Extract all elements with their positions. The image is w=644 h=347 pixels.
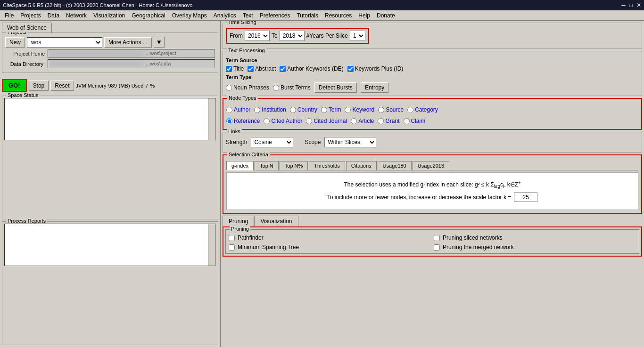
- radio-reference-input[interactable]: [226, 118, 232, 124]
- maximize-button[interactable]: □: [629, 2, 633, 8]
- node-types-grid: Author Institution Country Term Keyword: [226, 105, 638, 126]
- new-button[interactable]: New: [5, 37, 25, 48]
- radio-grant-input[interactable]: [378, 118, 384, 124]
- pruning-sliced-checkbox[interactable]: [434, 235, 440, 241]
- checkbox-author-keywords[interactable]: Author Keywords (DE): [280, 65, 343, 72]
- radio-burst-terms-input[interactable]: [273, 85, 279, 91]
- pruning-outer: Pruning Visualization Pruning Pathfinder…: [223, 216, 642, 257]
- radio-term-input[interactable]: [321, 107, 327, 113]
- checkbox-title[interactable]: Title: [226, 65, 244, 72]
- strength-select[interactable]: Cosine Pearson Jaccard: [251, 137, 293, 147]
- radio-burst-terms[interactable]: Burst Terms: [273, 84, 311, 91]
- radio-reference[interactable]: Reference: [226, 118, 260, 124]
- menu-data[interactable]: Data: [45, 11, 62, 20]
- node-types-section: Node Types Author Institution Country Te…: [223, 98, 642, 130]
- radio-country-input[interactable]: [290, 107, 296, 113]
- checkbox-abstract-input[interactable]: [248, 66, 254, 72]
- menu-help[interactable]: Help: [355, 11, 373, 20]
- space-status-scrollbar[interactable]: [208, 98, 215, 140]
- to-year-select[interactable]: 2018: [280, 31, 305, 41]
- menu-geographical[interactable]: Geographical: [129, 11, 168, 20]
- menu-network[interactable]: Network: [63, 11, 90, 20]
- checkbox-keywords-plus-input[interactable]: [347, 66, 354, 72]
- radio-institution-input[interactable]: [254, 107, 260, 113]
- strength-label: Strength: [226, 139, 247, 145]
- node-types-label: Node Types: [227, 95, 258, 101]
- radio-article-input[interactable]: [351, 118, 357, 124]
- checkbox-keywords-plus[interactable]: Keywords Plus (ID): [347, 65, 404, 72]
- radio-category-input[interactable]: [407, 107, 413, 113]
- tab-usage2013[interactable]: Usage2013: [413, 161, 449, 170]
- tab-visualization[interactable]: Visualization: [254, 216, 298, 226]
- radio-keyword[interactable]: Keyword: [345, 106, 374, 113]
- menu-donate[interactable]: Donate: [374, 11, 398, 20]
- radio-term[interactable]: Term: [321, 106, 341, 113]
- from-label: From: [230, 32, 243, 39]
- detect-bursts-button[interactable]: Detect Bursts: [314, 82, 357, 93]
- process-reports-scrollbar[interactable]: [208, 224, 215, 266]
- tab-web-of-science[interactable]: Web of Science: [2, 23, 52, 32]
- from-year-select[interactable]: 2016: [245, 31, 270, 41]
- menu-preferences[interactable]: Preferences: [257, 11, 293, 20]
- entropy-button[interactable]: Entropy: [361, 82, 388, 93]
- close-button[interactable]: ✕: [636, 2, 641, 8]
- tab-top-n-pct[interactable]: Top N%: [280, 161, 308, 170]
- jvm-percent-sign: %: [150, 83, 155, 89]
- radio-noun-phrases-input[interactable]: [226, 85, 232, 91]
- minimum-spanning-checkbox[interactable]: [229, 244, 235, 250]
- space-status-scroll[interactable]: [4, 98, 216, 140]
- checkbox-abstract[interactable]: Abstract: [248, 65, 276, 72]
- radio-cited-journal[interactable]: Cited Journal: [306, 118, 347, 124]
- radio-author-input[interactable]: [226, 107, 232, 113]
- right-panel: Time Slicing From 2016 To 2018 #Years Pe…: [221, 21, 644, 347]
- menu-resources[interactable]: Resources: [322, 11, 355, 20]
- checkbox-author-keywords-input[interactable]: [280, 66, 286, 72]
- menu-visualization[interactable]: Visualization: [91, 11, 128, 20]
- radio-author[interactable]: Author: [226, 106, 250, 113]
- menu-analytics[interactable]: Analytics: [211, 11, 239, 20]
- menu-projects[interactable]: Projects: [17, 11, 43, 20]
- scope-select[interactable]: Within Slices Over Slices: [324, 137, 376, 147]
- tab-citations[interactable]: Citations: [346, 161, 377, 170]
- radio-country[interactable]: Country: [290, 106, 317, 113]
- radio-claim-input[interactable]: [404, 118, 410, 124]
- radio-noun-phrases[interactable]: Noun Phrases: [226, 84, 269, 91]
- space-status-label: Space Status: [6, 92, 40, 98]
- tab-top-n[interactable]: Top N: [255, 161, 279, 170]
- more-actions-dropdown[interactable]: ▼: [154, 37, 165, 48]
- radio-source-input[interactable]: [378, 107, 384, 113]
- menu-file[interactable]: File: [2, 11, 17, 20]
- term-type-group: Term Type Noun Phrases Burst Terms Detec…: [226, 74, 639, 93]
- radio-institution[interactable]: Institution: [254, 106, 286, 113]
- radio-cited-author[interactable]: Cited Author: [264, 118, 302, 124]
- radio-source[interactable]: Source: [378, 106, 404, 113]
- links-label: Links: [227, 129, 242, 134]
- menu-text[interactable]: Text: [240, 11, 256, 20]
- radio-article[interactable]: Article: [351, 118, 374, 124]
- years-per-slice-select[interactable]: 1: [350, 31, 365, 41]
- pruning-merged-checkbox[interactable]: [434, 244, 440, 250]
- tab-thresholds[interactable]: Thresholds: [309, 161, 345, 170]
- go-button[interactable]: GO!: [2, 79, 27, 92]
- menu-overlay-maps[interactable]: Overlay Maps: [169, 11, 210, 20]
- tab-usage180[interactable]: Usage180: [378, 161, 412, 170]
- k-value-input[interactable]: [514, 193, 537, 202]
- radio-keyword-input[interactable]: [345, 107, 351, 113]
- checkbox-title-input[interactable]: [226, 66, 232, 72]
- minimize-button[interactable]: ─: [621, 2, 626, 8]
- radio-category[interactable]: Category: [407, 106, 438, 113]
- project-select[interactable]: wos: [27, 37, 102, 48]
- more-actions-button[interactable]: More Actions ...: [104, 37, 152, 48]
- radio-grant[interactable]: Grant: [378, 118, 399, 124]
- radio-cited-journal-input[interactable]: [306, 118, 312, 124]
- process-reports-scroll[interactable]: [4, 224, 216, 266]
- reset-button[interactable]: Reset: [50, 81, 74, 91]
- stop-button[interactable]: Stop: [29, 81, 49, 91]
- radio-cited-author-input[interactable]: [264, 118, 270, 124]
- pathfinder-checkbox[interactable]: [229, 235, 235, 241]
- tab-g-index[interactable]: g-index: [226, 161, 254, 170]
- tab-pruning[interactable]: Pruning: [223, 216, 254, 226]
- menu-tutorials[interactable]: Tutorials: [294, 11, 321, 20]
- inner-tabs: g-index Top N Top N% Thresholds Citation…: [226, 161, 638, 170]
- radio-claim[interactable]: Claim: [404, 118, 426, 124]
